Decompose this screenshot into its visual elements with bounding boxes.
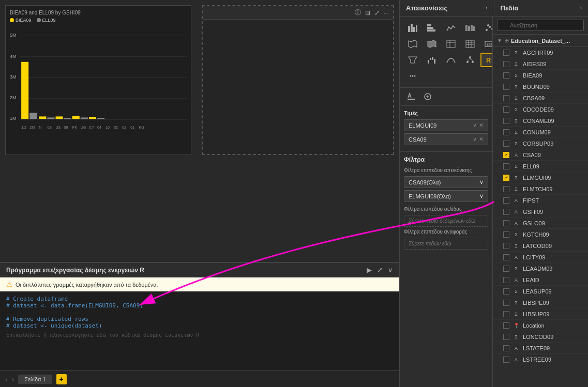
- viz-icon-funnel[interactable]: [404, 53, 421, 67]
- field-checkbox-conum09[interactable]: [503, 129, 509, 135]
- timc-field-1[interactable]: ELMGUI09 ∨ ✕: [404, 119, 488, 131]
- viz-fullscreen-icon[interactable]: ⤢: [374, 9, 380, 17]
- r-run-icon[interactable]: ▶: [367, 266, 372, 274]
- field-checkbox-latcod09[interactable]: [503, 243, 509, 249]
- field-checkbox-cdcode09[interactable]: [503, 106, 509, 113]
- field-item-leasup09[interactable]: Σ LEASUP09: [493, 286, 588, 297]
- field-checkbox-coname09[interactable]: [503, 118, 509, 124]
- field-item-conum09[interactable]: Σ CONUM09: [493, 127, 588, 138]
- viz-icon-map[interactable]: [404, 37, 421, 51]
- field-item-loncod09[interactable]: Σ LONCOD09: [493, 331, 588, 343]
- field-checkbox-kgtch09[interactable]: [503, 231, 509, 238]
- field-item-leaid[interactable]: A LEAID: [493, 274, 588, 286]
- field-checkbox-lcity09[interactable]: [503, 254, 509, 260]
- field-item-latcod09[interactable]: Σ LATCOD09: [493, 240, 588, 252]
- field-checkbox-leasup09[interactable]: [503, 288, 509, 295]
- filter-csa09[interactable]: CSA09(Όλα) ∨: [404, 176, 488, 188]
- viz-icon-more[interactable]: [404, 69, 421, 83]
- field-item-elmtch09[interactable]: Σ ELMTCH09: [493, 183, 588, 195]
- field-checkbox-bound09[interactable]: [503, 84, 509, 90]
- timc-field-2-remove[interactable]: ✕: [479, 136, 484, 143]
- field-item-cdcode09[interactable]: Σ CDCODE09: [493, 104, 588, 115]
- nav-next-icon[interactable]: ›: [12, 375, 14, 383]
- field-item-ell09[interactable]: Σ ELL09: [493, 161, 588, 172]
- r-collapse-icon[interactable]: ∨: [388, 266, 393, 274]
- viz-icon-bar[interactable]: [404, 21, 421, 35]
- viz-icon-r-script[interactable]: R: [480, 53, 493, 67]
- field-checkbox-biea09[interactable]: [503, 72, 509, 79]
- field-item-aides09[interactable]: Σ AIDES09: [493, 58, 588, 70]
- viz-more-icon[interactable]: ···: [384, 9, 389, 17]
- field-checkbox-gslo09[interactable]: [503, 220, 509, 226]
- field-item-fipst[interactable]: A FIPST: [493, 195, 588, 206]
- field-checkbox-elmgui09[interactable]: ✓: [503, 175, 509, 181]
- field-item-gslo09[interactable]: A GSLO09: [493, 218, 588, 229]
- field-checkbox-libsup09[interactable]: [503, 311, 509, 317]
- add-page-button[interactable]: +: [56, 374, 67, 384]
- field-item-gshi09[interactable]: A GSHI09: [493, 206, 588, 218]
- field-item-lcity09[interactable]: A LCITY09: [493, 252, 588, 263]
- timc-field-2[interactable]: CSA09 ∨ ✕: [404, 133, 488, 145]
- field-checkbox-csa09[interactable]: ✓: [503, 152, 509, 158]
- timc-field-1-dropdown[interactable]: ∨: [473, 122, 477, 129]
- viz-icon-column[interactable]: [423, 21, 441, 35]
- filter-elmgui09-chevron[interactable]: ∨: [479, 193, 484, 199]
- fields-panel-chevron[interactable]: ›: [580, 5, 582, 11]
- viz-icon-card[interactable]: 123: [480, 37, 493, 51]
- r-popout-icon[interactable]: ⤢: [377, 266, 383, 274]
- field-checkbox-lstree09[interactable]: [503, 357, 509, 363]
- field-item-csa09[interactable]: ✓ A CSA09: [493, 149, 588, 161]
- field-item-coname09[interactable]: Σ CONAME09: [493, 115, 588, 127]
- viz-icon-waterfall[interactable]: [423, 53, 441, 67]
- field-checkbox-cbsa09[interactable]: [503, 95, 509, 101]
- filter-elmgui09[interactable]: ELMGUI09(Όλα) ∨: [404, 190, 488, 202]
- field-checkbox-agchrt09[interactable]: [503, 50, 509, 56]
- field-item-elmgui09[interactable]: ✓ Σ ELMGUI09: [493, 172, 588, 183]
- viz-icon-bar2[interactable]: [461, 21, 479, 35]
- field-checkbox-location[interactable]: [503, 322, 509, 329]
- field-checkbox-libspe09[interactable]: [503, 300, 509, 306]
- viz-panel-chevron[interactable]: ›: [486, 5, 487, 11]
- timc-field-2-dropdown[interactable]: ∨: [473, 136, 477, 143]
- nav-prev-icon[interactable]: ‹: [5, 375, 8, 383]
- filter-csa09-chevron[interactable]: ∨: [479, 179, 484, 185]
- field-checkbox-gshi09[interactable]: [503, 209, 509, 215]
- viz-icon-scatter[interactable]: [480, 21, 493, 35]
- field-item-libspe09[interactable]: Σ LIBSPE09: [493, 297, 588, 308]
- field-item-kgtch09[interactable]: Σ KGTCH09: [493, 229, 588, 240]
- field-checkbox-aides09[interactable]: [503, 61, 509, 67]
- r-script-editor[interactable]: # Create dataframe # dataset <- data.fra…: [0, 291, 399, 370]
- viz-icon-ribbon[interactable]: [442, 53, 460, 67]
- field-checkbox-leaadm09[interactable]: [503, 266, 509, 272]
- field-checkbox-ell09[interactable]: [503, 163, 509, 169]
- field-checkbox-lstate09[interactable]: [503, 345, 509, 351]
- viz-icon-decomp[interactable]: [461, 53, 479, 67]
- field-item-lstree09[interactable]: A LSTREE09: [493, 354, 588, 365]
- field-checkbox-fipst[interactable]: [503, 197, 509, 204]
- dataset-header[interactable]: ▼ ⊞ Education_Dataset_...: [493, 35, 588, 47]
- field-checkbox-loncod09[interactable]: [503, 334, 509, 340]
- viz-icon-table[interactable]: [442, 37, 460, 51]
- legend-label-biea09: BIEA09: [16, 18, 32, 23]
- field-checkbox-elmtch09[interactable]: [503, 186, 509, 192]
- viz-icon-filled-map[interactable]: [423, 37, 441, 51]
- field-item-biea09[interactable]: Σ BIEA09: [493, 70, 588, 81]
- viz-icon-area[interactable]: [442, 21, 460, 35]
- field-checkbox-corsup09[interactable]: [503, 141, 509, 147]
- timc-field-1-remove[interactable]: ✕: [479, 122, 484, 129]
- viz-format-icon[interactable]: [404, 90, 418, 103]
- field-item-corsup09[interactable]: Σ CORSUP09: [493, 138, 588, 149]
- viz-expand-icon[interactable]: ⊟: [365, 9, 370, 17]
- field-item-cbsa09[interactable]: Σ CBSA09: [493, 92, 588, 104]
- field-item-agchrt09[interactable]: Σ AGCHRT09: [493, 47, 588, 58]
- search-input[interactable]: [497, 20, 584, 31]
- field-item-lstate09[interactable]: A LSTATE09: [493, 343, 588, 354]
- field-checkbox-leaid[interactable]: [503, 277, 509, 283]
- field-item-libsup09[interactable]: Σ LIBSUP09: [493, 308, 588, 320]
- field-item-leaadm09[interactable]: Σ LEAADM09: [493, 263, 588, 274]
- field-item-bound09[interactable]: Σ BOUND09: [493, 81, 588, 92]
- field-item-location[interactable]: 📍 Location: [493, 320, 588, 331]
- viz-icon-matrix[interactable]: [461, 37, 479, 51]
- page-tab-1[interactable]: Σελίδα 1: [18, 375, 52, 384]
- viz-analytics-icon[interactable]: [420, 90, 435, 103]
